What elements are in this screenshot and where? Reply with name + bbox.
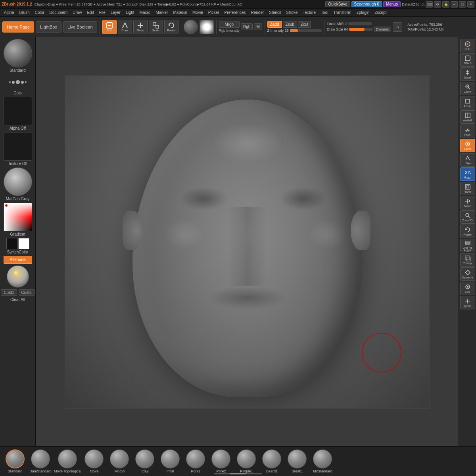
brush-break1[interactable]: Break1 bbox=[285, 449, 309, 473]
menu-material[interactable]: Material bbox=[171, 10, 190, 15]
zadd-button[interactable]: Zadd bbox=[267, 21, 282, 28]
zoom3d-button[interactable]: Zoom3D bbox=[460, 210, 475, 224]
bottom-scrollbar[interactable] bbox=[214, 473, 262, 474]
brush-movetopological[interactable]: Move Topologica bbox=[54, 449, 81, 473]
move-button[interactable]: Move bbox=[460, 196, 475, 209]
local-button[interactable]: Local bbox=[460, 139, 475, 152]
top-icon-max[interactable]: □ bbox=[459, 1, 466, 8]
draw-size-slider[interactable] bbox=[349, 28, 373, 31]
menu-draw[interactable]: Draw bbox=[70, 10, 84, 15]
zsub-button[interactable]: Zsub bbox=[283, 21, 297, 28]
transp-button[interactable]: Transp bbox=[460, 253, 475, 267]
see-through-button[interactable]: See-through 0 bbox=[351, 1, 382, 7]
tab-lightbox[interactable]: LightBox bbox=[36, 21, 61, 33]
scrollbar-thumb[interactable] bbox=[230, 473, 246, 474]
menu-stencil[interactable]: Stencil bbox=[267, 10, 283, 15]
quicksave-button[interactable]: QuickSave bbox=[325, 1, 350, 7]
menu-tool[interactable]: Tool bbox=[319, 10, 330, 15]
brush-standard[interactable]: Standard bbox=[3, 449, 27, 473]
rgb-button[interactable]: Rgb bbox=[241, 23, 253, 30]
tool-draw[interactable]: Draw bbox=[118, 20, 132, 34]
background-color[interactable] bbox=[18, 238, 29, 249]
brush-pore1[interactable]: Pore1 bbox=[184, 449, 207, 473]
menu-light[interactable]: Light bbox=[123, 10, 137, 15]
menu-zplugin[interactable]: Zplugin bbox=[354, 10, 372, 15]
tool-rotate[interactable]: Rotate bbox=[164, 20, 178, 34]
menu-picker[interactable]: Picker bbox=[206, 10, 222, 15]
dynamie-button[interactable]: Dynamie bbox=[460, 267, 475, 281]
menu-color[interactable]: Color bbox=[33, 10, 47, 15]
bpr-button[interactable]: BPR bbox=[460, 39, 475, 52]
spix-button[interactable]: SPix 3 bbox=[460, 53, 475, 67]
clear-all-button[interactable]: Clear All bbox=[10, 298, 25, 302]
brush-clay[interactable]: Clay bbox=[133, 449, 157, 473]
menu-layer[interactable]: Layer bbox=[108, 10, 123, 15]
brush-pimple1[interactable]: Pimple1 bbox=[234, 449, 258, 473]
texture-preview[interactable] bbox=[4, 132, 32, 161]
z-intensity-slider[interactable] bbox=[290, 29, 322, 32]
cust1-button[interactable]: Cust1 bbox=[1, 289, 17, 296]
main-canvas[interactable] bbox=[36, 37, 459, 446]
brush-morph[interactable]: Morph bbox=[107, 449, 131, 473]
top-icon-lock[interactable]: 🔒 bbox=[442, 1, 449, 8]
solo-button[interactable]: Solo bbox=[460, 282, 475, 295]
light-sphere[interactable] bbox=[7, 265, 29, 288]
brush-pore2[interactable]: Pore2 bbox=[209, 449, 233, 473]
focal-shift-slider[interactable] bbox=[348, 22, 372, 25]
menu-edit[interactable]: Edit bbox=[85, 10, 96, 15]
menu-texture[interactable]: Texture bbox=[300, 10, 318, 15]
cust2-button[interactable]: Cust2 bbox=[19, 289, 35, 296]
ldym-button[interactable]: L:Dym bbox=[460, 153, 475, 167]
m-button[interactable]: M bbox=[254, 23, 262, 30]
top-icon-settings[interactable]: ⚙ bbox=[434, 1, 441, 8]
xpose-button[interactable]: Xpose bbox=[460, 296, 475, 309]
zcut-button[interactable]: Zcut bbox=[298, 21, 311, 28]
color-picker[interactable] bbox=[4, 203, 32, 231]
zoom-button[interactable]: Zoom bbox=[460, 82, 475, 95]
mrgb-button[interactable]: Mrgb bbox=[219, 21, 240, 28]
menu-file[interactable]: File bbox=[97, 10, 108, 15]
brush-beard1[interactable]: Beard1 bbox=[260, 449, 284, 473]
menu-marker[interactable]: Marker bbox=[153, 10, 170, 15]
actual-button[interactable]: Actual bbox=[460, 96, 475, 109]
menu-alpha[interactable]: Alpha bbox=[2, 10, 17, 15]
brush-preview[interactable] bbox=[184, 20, 198, 34]
alpha-preview[interactable] bbox=[200, 20, 214, 34]
linefill-button[interactable]: Line Fill PolyF bbox=[460, 239, 475, 252]
tool-scale[interactable]: Scale bbox=[149, 20, 163, 34]
rotate-button[interactable]: Rotate bbox=[460, 225, 475, 238]
menu-transform[interactable]: Transform bbox=[331, 10, 353, 15]
menu-preferences[interactable]: Preferences bbox=[222, 10, 248, 15]
canvas-viewport[interactable] bbox=[65, 75, 430, 409]
menu-document[interactable]: Document bbox=[47, 10, 70, 15]
menu-brush[interactable]: Brush bbox=[17, 10, 32, 15]
dots-preview[interactable] bbox=[4, 74, 32, 90]
brush-mystandard[interactable]: MyStandard bbox=[311, 449, 334, 473]
tab-liveboolean[interactable]: Live Boolean bbox=[63, 21, 97, 33]
aahalf-button[interactable]: AAHalf bbox=[460, 110, 475, 124]
tool-edit[interactable]: Edit bbox=[102, 20, 117, 34]
tab-homepage[interactable]: Home Page bbox=[2, 21, 34, 33]
menu-render[interactable]: Render bbox=[249, 10, 267, 15]
brush-move[interactable]: Move bbox=[82, 449, 106, 473]
menu-movie[interactable]: Movie bbox=[190, 10, 205, 15]
tool-move[interactable]: Move bbox=[133, 20, 148, 34]
brush-damstandard[interactable]: DamStandard bbox=[29, 449, 52, 473]
floor-button[interactable]: Floor bbox=[460, 125, 475, 138]
top-icon-keyboard[interactable]: ⌨ bbox=[426, 1, 433, 8]
foreground-color[interactable] bbox=[6, 238, 17, 249]
menu-stroke[interactable]: Stroke bbox=[284, 10, 300, 15]
top-icon-min[interactable]: ─ bbox=[451, 1, 458, 8]
brush-inflat[interactable]: Inflat bbox=[158, 449, 182, 473]
matcap-preview[interactable] bbox=[4, 167, 32, 196]
dynamic-button[interactable]: Dynamic bbox=[374, 27, 391, 32]
s-button[interactable]: S bbox=[393, 22, 402, 32]
rxyz-button[interactable]: XYZ Rxyz bbox=[460, 167, 475, 181]
menu-zscript[interactable]: Zscript bbox=[372, 10, 389, 15]
frame-button[interactable]: Frame bbox=[460, 182, 475, 195]
alpha-preview-sidebar[interactable] bbox=[4, 97, 32, 125]
top-icon-close[interactable]: ✕ bbox=[467, 1, 474, 8]
standard-brush-icon[interactable] bbox=[4, 39, 32, 67]
scroll-button[interactable]: Scroll bbox=[460, 67, 475, 81]
menu-macro[interactable]: Macro bbox=[137, 10, 153, 15]
